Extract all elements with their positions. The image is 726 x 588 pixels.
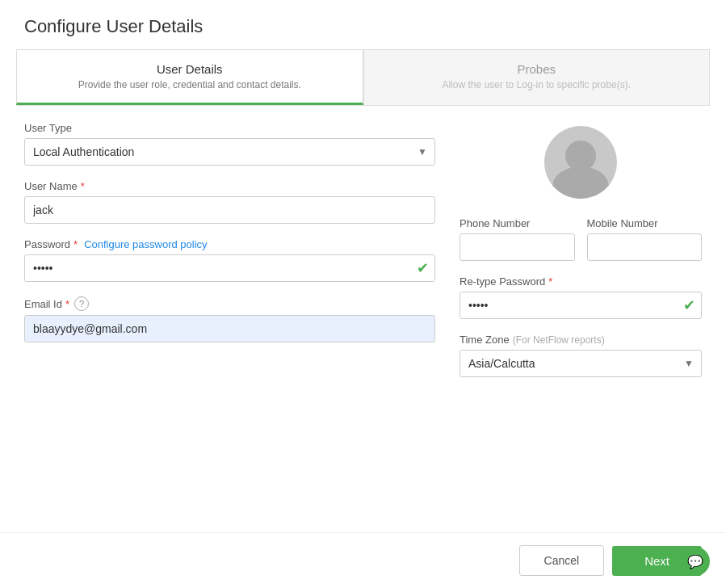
tab-probes[interactable]: Probes Allow the user to Log-in to speci… — [363, 49, 711, 105]
tab-probes-subtitle: Allow the user to Log-in to specific pro… — [380, 79, 694, 90]
chat-icon: 💬 — [687, 554, 703, 569]
configure-password-policy-link[interactable]: Configure password policy — [84, 238, 207, 250]
retype-password-field: Re-type Password * ✔ — [460, 275, 702, 319]
email-label: Email Id * — [24, 298, 69, 310]
retype-password-label: Re-type Password * — [460, 275, 702, 288]
time-zone-select-wrapper: Asia/Calcutta UTC America/New_York ▼ — [460, 350, 702, 377]
password-label-row: Password * Configure password policy — [24, 238, 435, 250]
user-name-required-star: * — [81, 180, 85, 192]
retype-password-check-icon: ✔ — [683, 296, 695, 314]
password-check-icon: ✔ — [417, 259, 429, 277]
time-zone-label: Time Zone (For NetFlow reports) — [460, 334, 702, 346]
avatar-container — [460, 122, 702, 203]
phone-number-label: Phone Number — [460, 217, 575, 229]
email-label-row: Email Id * ? — [24, 296, 435, 311]
form-area: User Type Local Authentication LDAP SSO … — [0, 106, 726, 532]
user-type-field: User Type Local Authentication LDAP SSO … — [24, 122, 435, 166]
tab-bar: User Details Provide the user role, cred… — [16, 49, 710, 106]
tab-user-details[interactable]: User Details Provide the user role, cred… — [16, 49, 363, 105]
mobile-number-field: Mobile Number — [587, 217, 703, 261]
tab-probes-label: Probes — [380, 62, 694, 76]
password-input[interactable] — [24, 254, 435, 282]
chat-icon-button[interactable]: 💬 — [681, 547, 710, 576]
phone-row: Phone Number Mobile Number — [460, 217, 702, 261]
left-column: User Type Local Authentication LDAP SSO … — [24, 122, 435, 516]
user-type-select-wrapper: Local Authentication LDAP SSO ▼ — [24, 138, 435, 166]
password-label: Password * — [24, 238, 78, 250]
tab-user-details-subtitle: Provide the user role, credential and co… — [33, 79, 346, 90]
mobile-number-label: Mobile Number — [587, 217, 703, 229]
password-required-star: * — [73, 238, 78, 250]
retype-password-required-star: * — [548, 275, 552, 288]
time-zone-select[interactable]: Asia/Calcutta UTC America/New_York — [460, 350, 702, 377]
email-required-star: * — [65, 298, 69, 310]
password-input-wrapper: ✔ — [24, 254, 435, 282]
time-zone-field: Time Zone (For NetFlow reports) Asia/Cal… — [460, 334, 702, 377]
user-name-input[interactable] — [24, 196, 435, 224]
avatar — [544, 126, 617, 199]
page-title: Configure User Details — [0, 0, 726, 49]
user-name-label: User Name * — [24, 180, 435, 192]
user-type-label: User Type — [24, 122, 435, 134]
avatar-body — [552, 166, 609, 199]
right-column: Phone Number Mobile Number Re-type Passw… — [460, 122, 702, 516]
retype-password-input[interactable] — [460, 292, 702, 319]
password-field: Password * Configure password policy ✔ — [24, 238, 435, 282]
email-input[interactable] — [24, 315, 435, 342]
page-container: Configure User Details User Details Prov… — [0, 0, 726, 588]
email-help-icon[interactable]: ? — [74, 296, 89, 311]
time-zone-note: (For NetFlow reports) — [513, 334, 605, 346]
tab-user-details-label: User Details — [33, 62, 346, 76]
user-type-select[interactable]: Local Authentication LDAP SSO — [24, 138, 435, 166]
mobile-number-input[interactable] — [587, 233, 703, 261]
phone-number-field: Phone Number — [460, 217, 575, 261]
phone-number-input[interactable] — [460, 233, 575, 261]
retype-password-input-wrapper: ✔ — [460, 292, 702, 319]
cancel-button[interactable]: Cancel — [519, 545, 605, 576]
user-name-field: User Name * — [24, 180, 435, 224]
footer: Cancel Next — [0, 532, 726, 588]
email-field: Email Id * ? — [24, 296, 435, 342]
